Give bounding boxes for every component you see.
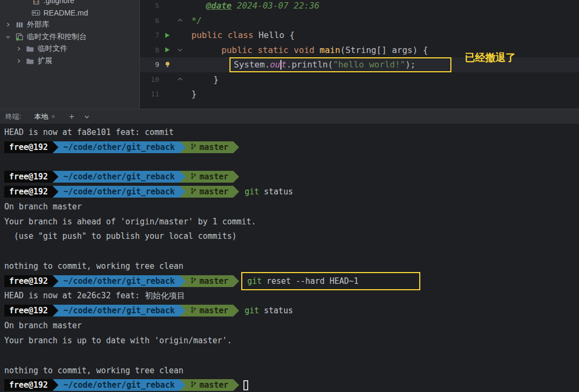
terminal-output-line <box>4 348 579 363</box>
line-number: 6 <box>140 17 159 25</box>
token: Hello { <box>258 30 294 40</box>
terminal-prompt-line: free@192~/code/other/git_rebackmastergit… <box>4 304 579 319</box>
tree-item[interactable]: 临时文件和控制台 <box>0 31 139 43</box>
prompt-branch: master <box>185 275 233 287</box>
scratch-console-icon <box>15 33 24 41</box>
powerline-arrow-icon <box>53 275 58 287</box>
token: @date <box>206 1 232 11</box>
tree-item[interactable]: 外部库 <box>0 19 139 31</box>
token: ou <box>270 59 280 70</box>
code-text: System.out.println("hello world!"); <box>185 58 451 71</box>
branch-name: master <box>199 142 228 152</box>
branch-name: master <box>199 276 228 286</box>
tree-item[interactable]: README.md <box>0 7 139 19</box>
prompt-path: ~/code/other/git_reback <box>58 171 180 183</box>
branch-name: master <box>199 172 228 182</box>
shell-prompt: free@192~/code/other/git_rebackmaster <box>4 186 239 198</box>
prompt-branch: master <box>185 379 233 391</box>
tree-item[interactable]: .gitignore <box>0 0 139 7</box>
close-icon[interactable]: × <box>51 113 55 120</box>
editor-line[interactable]: 7public class Hello { <box>140 28 579 43</box>
branch-icon <box>190 187 197 197</box>
terminal-output-line <box>4 155 579 170</box>
terminal-tab-local[interactable]: 本地 × <box>34 112 55 122</box>
token: */ <box>191 16 202 26</box>
line-number: 8 <box>140 46 159 54</box>
intention-bulb-icon[interactable] <box>159 61 175 69</box>
terminal-tab-bar: 终端: 本地 × + <box>0 109 579 124</box>
chevron-down-icon[interactable] <box>83 113 91 120</box>
prompt-branch: master <box>185 141 233 153</box>
powerline-arrow-icon <box>233 305 239 316</box>
prompt-branch: master <box>185 186 233 198</box>
shell-prompt: free@192~/code/other/git_rebackmaster <box>4 305 239 316</box>
prompt-user: free@192 <box>4 379 53 391</box>
prompt-user: free@192 <box>4 305 53 316</box>
chevron-right-icon[interactable] <box>15 45 23 52</box>
chevron-right-icon[interactable] <box>15 57 23 65</box>
powerline-arrow-icon <box>180 171 185 183</box>
token: public class <box>191 30 258 40</box>
run-button[interactable] <box>159 32 175 39</box>
code-editor[interactable]: 5@date 2024-03-07 22:366*/7public class … <box>140 0 579 109</box>
markdown-file-icon <box>32 9 40 17</box>
prompt-user: free@192 <box>4 171 53 183</box>
prompt-path: ~/code/other/git_reback <box>58 141 180 153</box>
token: main <box>320 45 340 55</box>
fold-down-icon[interactable] <box>175 47 185 53</box>
powerline-arrow-icon <box>233 379 239 391</box>
terminal-prompt-line: free@192~/code/other/git_rebackmastergit… <box>4 274 579 289</box>
chevron-right-icon[interactable] <box>4 21 12 28</box>
tree-item-label: 扩展 <box>38 56 53 66</box>
chevron-down-icon[interactable] <box>4 33 12 41</box>
powerline-arrow-icon <box>233 275 239 287</box>
terminal-prompt-line: free@192~/code/other/git_rebackmaster <box>4 140 579 155</box>
prompt-path: ~/code/other/git_reback <box>58 275 180 287</box>
terminal-prompt-line: free@192~/code/other/git_rebackmastergit… <box>4 184 579 199</box>
terminal-prompt-line: free@192~/code/other/git_rebackmaster <box>4 169 579 184</box>
new-terminal-button[interactable]: + <box>69 111 75 122</box>
powerline-arrow-icon <box>53 305 58 316</box>
shell-prompt: free@192~/code/other/git_rebackmaster <box>4 141 239 153</box>
editor-line[interactable]: 10} <box>140 72 579 87</box>
powerline-arrow-icon <box>53 186 58 198</box>
terminal-output-line: On branch master <box>4 199 579 214</box>
branch-name: master <box>199 380 228 390</box>
tree-item-label: 临时文件和控制台 <box>27 32 87 42</box>
terminal-output[interactable]: HEAD is now at fa8e101 feat: commitfree@… <box>0 124 579 392</box>
tree-item[interactable]: 扩展 <box>0 55 139 67</box>
command-text: git status <box>244 187 293 197</box>
fold-up-icon[interactable] <box>175 76 185 82</box>
terminal-output-line: HEAD is now at fa8e101 feat: commit <box>4 125 579 140</box>
terminal-output-line: nothing to commit, working tree clean <box>4 363 579 378</box>
terminal-cursor[interactable] <box>243 380 248 390</box>
fold-up-icon[interactable] <box>175 17 185 24</box>
terminal-output-line: HEAD is now at 2e26c32 feat: 初始化项目 <box>4 289 579 304</box>
tree-item-label: .gitignore <box>43 0 75 5</box>
command-token: status <box>259 306 293 315</box>
terminal-output-line: (use "git push" to publish your local co… <box>4 229 579 244</box>
code-annotation: 已经撤退了 <box>465 51 516 65</box>
prompt-branch: master <box>185 171 233 183</box>
editor-line[interactable]: 6*/ <box>140 13 579 28</box>
powerline-arrow-icon <box>180 275 185 287</box>
command-text: git status <box>244 306 293 315</box>
command-token: git <box>244 187 259 197</box>
token: System. <box>234 59 270 70</box>
terminal-prompt-line: free@192~/code/other/git_rebackmaster <box>4 378 579 392</box>
code-text: */ <box>185 16 202 26</box>
token: } <box>213 74 219 85</box>
prompt-path: ~/code/other/git_reback <box>58 186 180 198</box>
editor-line[interactable]: 5@date 2024-03-07 22:36 <box>140 0 579 13</box>
shell-prompt: free@192~/code/other/git_rebackmaster <box>4 275 239 287</box>
terminal-output-line: On branch master <box>4 318 579 333</box>
branch-name: master <box>199 306 228 315</box>
run-button[interactable] <box>159 47 175 53</box>
tree-item[interactable]: 临时文件 <box>0 43 139 55</box>
library-icon <box>15 20 24 29</box>
editor-line[interactable]: 11} <box>140 87 579 102</box>
code-text: public static void main(String[] args) { <box>185 45 428 55</box>
code-text: } <box>185 74 219 85</box>
line-number: 5 <box>140 2 159 10</box>
terminal-output-line: Your branch is up to date with 'origin/m… <box>4 333 579 348</box>
